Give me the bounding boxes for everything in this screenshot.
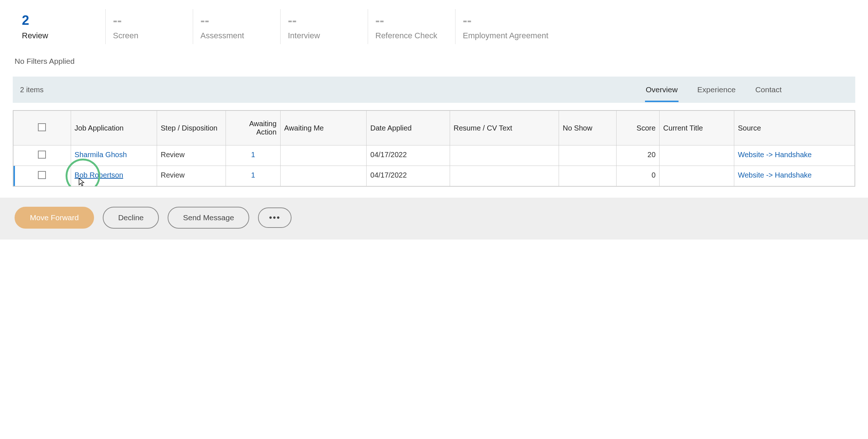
table-toolbar: 2 items OverviewExperienceContact: [13, 77, 855, 103]
step-cell: Review: [157, 166, 226, 186]
awaiting-action-cell: 1: [226, 145, 281, 166]
awaiting-action-cell-link[interactable]: 1: [251, 151, 255, 159]
item-count: 2 items: [20, 86, 43, 94]
stage-tab-reference-check[interactable]: --Reference Check: [368, 9, 455, 44]
job-application-cell: Bob Robertson: [71, 166, 157, 186]
column-header-awaiting-me[interactable]: Awaiting Me: [280, 111, 366, 145]
stage-tab-interview[interactable]: --Interview: [281, 9, 368, 44]
view-tabs: OverviewExperienceContact: [645, 77, 782, 102]
decline-button[interactable]: Decline: [103, 207, 159, 229]
row-select-checkbox[interactable]: [38, 151, 46, 159]
table-row: Bob RobertsonReview104/17/20220Website -…: [13, 166, 855, 186]
candidates-table: Job Application Step / Disposition Await…: [13, 110, 855, 187]
stage-tab-employment-agreement[interactable]: --Employment Agreement: [455, 9, 556, 44]
column-header-job-application[interactable]: Job Application: [71, 111, 157, 145]
resume-cv-cell: [450, 166, 559, 186]
stage-label: Employment Agreement: [463, 31, 548, 40]
column-header-date-applied[interactable]: Date Applied: [367, 111, 450, 145]
stage-count: --: [463, 13, 548, 28]
date-applied-cell: 04/17/2022: [367, 166, 450, 186]
stage-count: --: [375, 13, 448, 28]
current-title-cell: [660, 145, 734, 166]
view-tab-experience[interactable]: Experience: [697, 77, 736, 102]
candidate-name-link[interactable]: Sharmila Ghosh: [75, 151, 127, 159]
current-title-cell: [660, 166, 734, 186]
score-cell: 0: [616, 166, 659, 186]
source-cell: Website -> Handshake: [734, 145, 855, 166]
stage-count: 2: [22, 13, 98, 28]
stage-tabs: 2Review--Screen--Assessment--Interview--…: [0, 0, 868, 48]
column-header-step-disposition[interactable]: Step / Disposition: [157, 111, 226, 145]
column-header-awaiting-action[interactable]: Awaiting Action: [226, 111, 281, 145]
source-cell-link[interactable]: Website -> Handshake: [738, 171, 812, 179]
stage-label: Review: [22, 31, 98, 40]
column-header-select-all[interactable]: [13, 111, 71, 145]
column-header-resume-cv[interactable]: Resume / CV Text: [450, 111, 559, 145]
table-row: Sharmila GhoshReview104/17/202220Website…: [13, 145, 855, 166]
step-cell: Review: [157, 145, 226, 166]
score-cell: 20: [616, 145, 659, 166]
row-select-checkbox[interactable]: [38, 171, 46, 179]
column-header-score[interactable]: Score: [616, 111, 659, 145]
awaiting-action-cell-link[interactable]: 1: [251, 171, 255, 179]
stage-tab-assessment[interactable]: --Assessment: [193, 9, 281, 44]
stage-label: Reference Check: [375, 31, 448, 40]
stage-count: --: [288, 13, 360, 28]
column-header-source[interactable]: Source: [734, 111, 855, 145]
stage-label: Assessment: [200, 31, 273, 40]
table-header-row: Job Application Step / Disposition Await…: [13, 111, 855, 145]
stage-tab-screen[interactable]: --Screen: [106, 9, 193, 44]
more-actions-button[interactable]: •••: [258, 207, 291, 228]
view-tab-overview[interactable]: Overview: [645, 77, 679, 102]
view-tab-contact[interactable]: Contact: [755, 77, 782, 102]
awaiting-me-cell: [280, 166, 366, 186]
row-select-cell: [13, 166, 71, 186]
awaiting-me-cell: [280, 145, 366, 166]
stage-tab-review[interactable]: 2Review: [18, 9, 106, 44]
resume-cv-cell: [450, 145, 559, 166]
source-cell-link[interactable]: Website -> Handshake: [738, 151, 812, 159]
ellipsis-icon: •••: [269, 213, 280, 222]
action-footer: Move Forward Decline Send Message •••: [0, 198, 868, 240]
no-show-cell: [559, 166, 617, 186]
move-forward-button[interactable]: Move Forward: [15, 207, 94, 229]
no-show-cell: [559, 145, 617, 166]
column-header-current-title[interactable]: Current Title: [660, 111, 734, 145]
job-application-cell: Sharmila Ghosh: [71, 145, 157, 166]
awaiting-action-cell: 1: [226, 166, 281, 186]
select-all-checkbox[interactable]: [38, 123, 46, 131]
row-select-cell: [13, 145, 71, 166]
date-applied-cell: 04/17/2022: [367, 145, 450, 166]
stage-count: --: [200, 13, 273, 28]
stage-count: --: [113, 13, 185, 28]
filters-status: No Filters Applied: [0, 48, 868, 77]
send-message-button[interactable]: Send Message: [168, 207, 249, 229]
candidate-name-link[interactable]: Bob Robertson: [75, 171, 123, 179]
source-cell: Website -> Handshake: [734, 166, 855, 186]
stage-label: Screen: [113, 31, 185, 40]
stage-label: Interview: [288, 31, 360, 40]
column-header-no-show[interactable]: No Show: [559, 111, 617, 145]
